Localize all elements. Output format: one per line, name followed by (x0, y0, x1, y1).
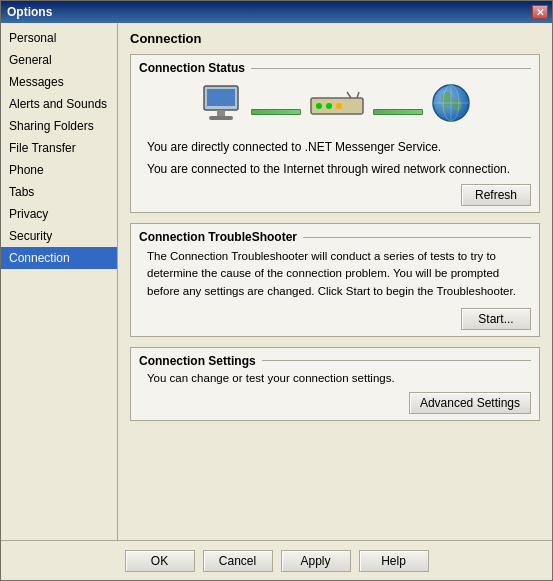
sidebar-item-general[interactable]: General (1, 49, 117, 71)
sidebar-item-tabs[interactable]: Tabs (1, 181, 117, 203)
section-divider3 (262, 360, 531, 361)
svg-line-9 (357, 92, 359, 98)
sidebar-item-messages[interactable]: Messages (1, 71, 117, 93)
router-svg (309, 90, 365, 120)
connector-right (373, 109, 423, 115)
svg-point-5 (316, 103, 322, 109)
sidebar-item-privacy[interactable]: Privacy (1, 203, 117, 225)
troubleshooter-label: Connection TroubleShooter (139, 230, 297, 244)
globe-svg (431, 83, 471, 123)
start-row: Start... (139, 308, 531, 330)
settings-label: Connection Settings (139, 354, 256, 368)
svg-point-7 (336, 103, 342, 109)
section-divider2 (303, 237, 531, 238)
sidebar-item-sharing[interactable]: Sharing Folders (1, 115, 117, 137)
svg-rect-1 (207, 89, 235, 106)
ok-button[interactable]: OK (125, 550, 195, 572)
troubleshooter-desc: The Connection Troubleshooter will condu… (147, 248, 531, 300)
computer-icon (199, 84, 243, 126)
advanced-settings-row: Advanced Settings (139, 392, 531, 414)
connection-diagram (139, 83, 531, 126)
sidebar: Personal General Messages Alerts and Sou… (1, 23, 118, 540)
sidebar-item-personal[interactable]: Personal (1, 27, 117, 49)
refresh-button[interactable]: Refresh (461, 184, 531, 206)
settings-panel: Connection Settings You can change or te… (130, 347, 540, 421)
apply-button[interactable]: Apply (281, 550, 351, 572)
svg-point-12 (452, 99, 462, 111)
sidebar-item-security[interactable]: Security (1, 225, 117, 247)
sidebar-item-filetransfer[interactable]: File Transfer (1, 137, 117, 159)
window-body: Personal General Messages Alerts and Sou… (1, 23, 552, 540)
sidebar-item-phone[interactable]: Phone (1, 159, 117, 181)
svg-rect-3 (209, 116, 233, 120)
help-button[interactable]: Help (359, 550, 429, 572)
title-bar: Options ✕ (1, 1, 552, 23)
refresh-row: Refresh (139, 184, 531, 206)
troubleshooter-panel: Connection TroubleShooter The Connection… (130, 223, 540, 337)
connection-status-label: Connection Status (139, 61, 245, 75)
advanced-settings-button[interactable]: Advanced Settings (409, 392, 531, 414)
settings-desc: You can change or test your connection s… (147, 372, 531, 384)
connection-status-header: Connection Status (139, 61, 531, 75)
main-content: Connection Connection Status (118, 23, 552, 540)
section-divider (251, 68, 531, 69)
svg-point-6 (326, 103, 332, 109)
sidebar-item-connection[interactable]: Connection (1, 247, 117, 269)
status-line1: You are directly connected to .NET Messe… (147, 138, 523, 156)
router-icon (309, 90, 365, 120)
window-title: Options (7, 5, 52, 19)
options-window: Options ✕ Personal General Messages Aler… (0, 0, 553, 581)
svg-rect-2 (217, 110, 225, 116)
close-button[interactable]: ✕ (532, 5, 548, 19)
status-line2: You are connected to the Internet throug… (147, 160, 523, 178)
sidebar-item-alerts[interactable]: Alerts and Sounds (1, 93, 117, 115)
computer-svg (199, 84, 243, 126)
troubleshooter-header: Connection TroubleShooter (139, 230, 531, 244)
footer: OK Cancel Apply Help (1, 540, 552, 580)
globe-icon (431, 83, 471, 126)
svg-line-8 (347, 92, 351, 98)
start-button[interactable]: Start... (461, 308, 531, 330)
connector-left (251, 109, 301, 115)
page-title: Connection (130, 31, 540, 46)
cancel-button[interactable]: Cancel (203, 550, 273, 572)
connection-status-panel: Connection Status (130, 54, 540, 213)
settings-header: Connection Settings (139, 354, 531, 368)
